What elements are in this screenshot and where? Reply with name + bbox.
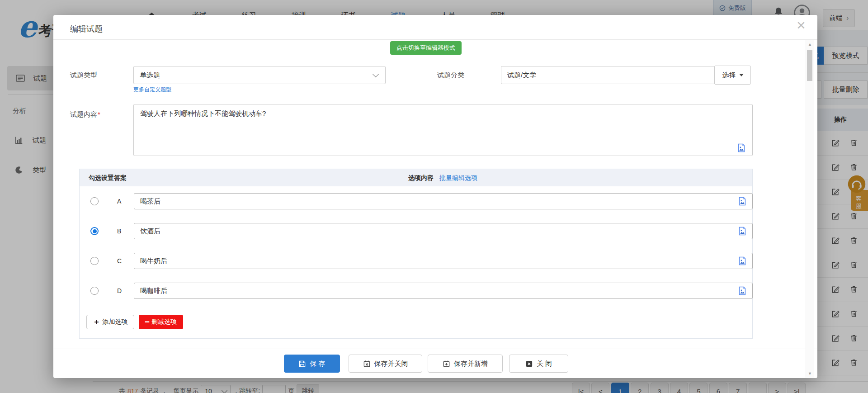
option-text-value: 喝咖啡后: [140, 287, 167, 294]
answer-radio-D[interactable]: [90, 287, 99, 295]
save-icon: [298, 360, 306, 368]
question-content-textarea[interactable]: 驾驶人在下列哪种情况下不能驾驶机动车?: [133, 104, 753, 156]
insert-image-icon[interactable]: [738, 256, 747, 265]
option-text-input-C[interactable]: 喝牛奶后: [134, 253, 753, 269]
screen: e 考试 试题 分析 试题类型 考试练习培训证书试题人员管理 免费版 前端 › …: [0, 0, 868, 393]
button-label: 保存并新增: [454, 360, 488, 368]
option-text-value: 喝牛奶后: [140, 257, 167, 265]
minus-icon: ━: [145, 318, 149, 326]
option-text-input-A[interactable]: 喝茶后: [134, 193, 753, 209]
answer-column-header: 勾选设置答案: [89, 169, 127, 186]
scroll-up-arrow[interactable]: ▲: [806, 42, 814, 47]
edit-question-modal: 编辑试题 × 点击切换至编辑器模式 试题类型 单选题 更多自定义题型 试题分类 …: [53, 15, 817, 378]
answer-radio-B[interactable]: [90, 227, 99, 235]
question-category-input[interactable]: 试题/文学: [501, 66, 715, 84]
calendar-close-icon: [363, 360, 371, 368]
options-header: 勾选设置答案 选项内容 批量编辑选项: [80, 169, 752, 186]
question-type-label: 试题类型: [70, 66, 97, 84]
category-select-button[interactable]: 选择: [715, 66, 751, 85]
save-and-new-button[interactable]: 保存并新增: [428, 355, 503, 373]
modal-header-divider: [53, 39, 817, 40]
option-letter: A: [117, 193, 121, 209]
option-letter: C: [117, 253, 122, 269]
more-custom-types-link[interactable]: 更多自定义题型: [133, 86, 171, 94]
question-type-select[interactable]: 单选题: [133, 66, 386, 84]
plus-icon: ＋: [93, 317, 100, 327]
add-option-button[interactable]: ＋ 添加选项: [86, 315, 134, 329]
options-section: 勾选设置答案 选项内容 批量编辑选项 A喝茶后B饮酒后C喝牛奶后D喝咖啡后 ＋ …: [79, 169, 753, 339]
question-content-label-text: 试题内容: [70, 110, 97, 118]
remove-option-label: 删减选项: [151, 318, 177, 326]
option-text-input-D[interactable]: 喝咖啡后: [134, 283, 753, 299]
option-row-B: B饮酒后: [80, 223, 752, 239]
close-icon[interactable]: ×: [797, 16, 806, 34]
calendar-add-icon: [443, 360, 450, 368]
save-button[interactable]: 保 存: [284, 355, 340, 373]
button-label: 保存并关闭: [374, 360, 408, 368]
insert-image-icon[interactable]: [738, 227, 747, 236]
save-and-close-button[interactable]: 保存并关闭: [349, 355, 422, 373]
batch-edit-options-link[interactable]: 批量编辑选项: [439, 169, 477, 186]
scrollbar-thumb[interactable]: [807, 50, 812, 81]
option-row-A: A喝茶后: [80, 193, 752, 209]
option-row-C: C喝牛奶后: [80, 253, 752, 269]
switch-editor-mode-button[interactable]: 点击切换至编辑器模式: [390, 41, 462, 55]
button-label: 关 闭: [537, 360, 552, 368]
option-letter: D: [117, 283, 122, 299]
category-select-label: 选择: [722, 71, 736, 80]
modal-title: 编辑试题: [70, 24, 103, 34]
close-button[interactable]: 关 闭: [509, 355, 568, 373]
answer-radio-C[interactable]: [90, 257, 99, 265]
insert-image-icon[interactable]: [738, 197, 747, 206]
add-option-label: 添加选项: [103, 318, 128, 326]
option-row-D: D喝咖啡后: [80, 283, 752, 299]
insert-image-icon[interactable]: [737, 143, 746, 152]
chevron-down-icon: [373, 71, 379, 77]
scroll-down-arrow[interactable]: ▼: [806, 371, 814, 376]
remove-option-button[interactable]: ━ 删减选项: [139, 315, 183, 329]
modal-scrollbar[interactable]: ▲ ▼: [806, 40, 814, 378]
option-text-value: 喝茶后: [140, 197, 160, 205]
question-type-value: 单选题: [140, 71, 160, 79]
option-letter: B: [117, 223, 121, 239]
answer-radio-A[interactable]: [90, 197, 99, 205]
option-content-header: 选项内容: [408, 169, 434, 186]
modal-footer-divider: [53, 349, 817, 349]
insert-image-icon[interactable]: [738, 286, 747, 295]
caret-down-icon: [739, 74, 744, 76]
option-text-value: 饮酒后: [140, 227, 160, 235]
question-content-value: 驾驶人在下列哪种情况下不能驾驶机动车?: [140, 109, 266, 118]
button-label: 保 存: [310, 360, 325, 368]
required-asterisk: *: [98, 110, 100, 118]
question-category-label: 试题分类: [437, 66, 464, 84]
question-content-label: 试题内容*: [70, 105, 100, 123]
close-square-icon: [525, 360, 533, 368]
option-text-input-B[interactable]: 饮酒后: [134, 223, 753, 239]
